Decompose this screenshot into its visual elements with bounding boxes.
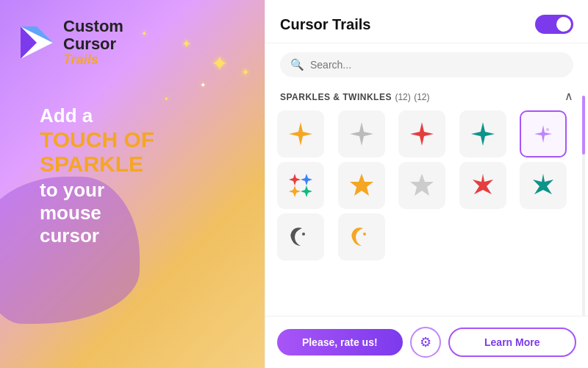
left-panel: ✦ ✦ ✦ ✦ ✦ ✦ Custom Cursor Trails Add a T… (0, 0, 265, 368)
tagline-line4: to your (40, 179, 154, 202)
svg-marker-5 (410, 122, 434, 146)
svg-marker-12 (301, 185, 312, 197)
svg-point-18 (363, 233, 366, 236)
sparkle-deco-3: ✦ (241, 66, 250, 78)
scrollbar-track (582, 96, 585, 316)
svg-marker-9 (289, 174, 301, 185)
right-panel: Cursor Trails on 🔍 SPARKLES & TWINKLES (… (265, 0, 588, 368)
svg-marker-10 (301, 174, 312, 185)
yellow-star-icon (348, 172, 375, 199)
section-title-area: SPARKLES & TWINKLES (12) (12) (280, 90, 430, 103)
gear-icon: ⚙ (420, 334, 431, 350)
svg-marker-3 (289, 122, 312, 146)
sparkle-deco-4: ✦ (200, 81, 206, 89)
section-count-val: (12) (414, 92, 429, 102)
search-icon: 🔍 (290, 58, 304, 71)
icon-cell-red-star[interactable] (459, 162, 506, 209)
red-star-icon (470, 172, 496, 199)
gray-4point-star-icon (348, 121, 375, 147)
icon-cell-gray-4point[interactable] (338, 110, 385, 158)
svg-marker-16 (533, 174, 553, 194)
teal-4point-star-icon (470, 121, 496, 147)
rate-us-button[interactable]: Please, rate us! (277, 329, 403, 355)
search-input[interactable] (310, 59, 563, 71)
toggle-container: on (535, 15, 573, 34)
svg-point-17 (302, 233, 305, 236)
icon-cell-teal-star[interactable] (520, 162, 567, 209)
logo-text: Custom Cursor Trails (63, 18, 123, 68)
svg-marker-14 (410, 174, 434, 196)
icon-cell-gold-4point[interactable] (277, 110, 324, 158)
panel-header: Cursor Trails on (265, 0, 588, 43)
search-bar[interactable]: 🔍 (280, 52, 573, 77)
teal-star-icon (530, 172, 556, 199)
tagline-line5: mouse (40, 202, 154, 224)
svg-marker-11 (289, 185, 301, 197)
icon-grid-area (265, 107, 588, 316)
icon-cell-moon-gold[interactable] (338, 213, 385, 261)
main-tagline: Add a TOUCH OF SPARKLE to your mouse cur… (18, 105, 154, 247)
svg-point-8 (546, 128, 549, 131)
gold-4point-star-icon (287, 121, 314, 147)
sparkle-deco-6: ✦ (141, 29, 147, 38)
moon-dark-icon (287, 224, 314, 250)
bottom-bar: Please, rate us! ⚙ Learn More (265, 316, 588, 368)
multi-4point-icon (287, 172, 314, 199)
learn-more-button[interactable]: Learn More (448, 328, 577, 357)
logo-icon (18, 24, 56, 62)
svg-marker-6 (471, 122, 495, 146)
sparkle-deco-5: ✦ (164, 96, 169, 102)
icon-cell-selected-sparkle[interactable] (520, 110, 567, 158)
section-title: SPARKLES & TWINKLES (280, 92, 392, 102)
icon-grid (277, 110, 576, 261)
svg-marker-7 (534, 125, 552, 143)
icon-cell-red-diamond[interactable] (398, 110, 445, 158)
svg-marker-15 (473, 174, 493, 194)
svg-marker-13 (350, 174, 373, 196)
sparkle-deco-2: ✦ (182, 37, 191, 51)
tagline-line2: TOUCH OF (40, 127, 154, 152)
selected-sparkle-icon (530, 121, 556, 147)
settings-button[interactable]: ⚙ (410, 327, 441, 358)
tagline-line6: cursor (40, 224, 154, 247)
icon-cell-gray-star[interactable] (398, 162, 445, 209)
icon-cell-teal-4point[interactable] (459, 110, 506, 158)
sparkle-deco-1: ✦ (211, 52, 228, 76)
red-diamond-star-icon (409, 121, 435, 147)
svg-marker-4 (350, 122, 373, 146)
icon-cell-multi-4point[interactable] (277, 162, 324, 209)
toggle-thumb (556, 17, 571, 32)
logo-cursor: Cursor (63, 35, 123, 53)
logo-area: Custom Cursor Trails (18, 18, 123, 68)
tagline-line1: Add a (40, 105, 154, 127)
section-count: (12) (395, 92, 410, 102)
section-label: SPARKLES & TWINKLES (12) (12) ∧ (265, 83, 588, 107)
scrollbar-thumb[interactable] (582, 96, 585, 155)
icon-cell-moon-dark[interactable] (277, 213, 324, 261)
moon-gold-icon (348, 224, 375, 250)
gray-star-icon (409, 172, 435, 199)
cursor-trails-toggle[interactable]: on (535, 15, 573, 34)
panel-title: Cursor Trails (280, 16, 370, 33)
logo-trails: Trails (63, 53, 123, 68)
logo-custom: Custom (63, 18, 123, 35)
tagline-line3: SPARKLE (40, 152, 154, 176)
chevron-up-icon[interactable]: ∧ (564, 89, 573, 103)
icon-cell-yellow-star[interactable] (338, 162, 385, 209)
